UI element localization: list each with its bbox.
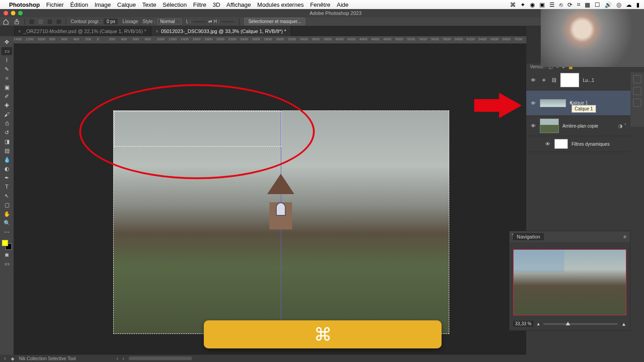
document-tab[interactable]: × 05012023-_DSC9033.jpg @ 33,3% (Calque … xyxy=(151,26,291,36)
selection-intersect-icon[interactable] xyxy=(57,19,61,24)
horizontal-scrollbar[interactable] xyxy=(129,357,192,360)
layer-row-calque1[interactable]: 👁 Calque 1 ↖ Calque 1 xyxy=(526,90,630,116)
zoom-in-icon[interactable]: ▲ xyxy=(621,321,626,327)
crop-tool[interactable]: ⌗ xyxy=(1,74,12,82)
menu-filtre[interactable]: Filtre xyxy=(193,1,207,8)
window-maximize-button[interactable] xyxy=(18,11,23,15)
path-selection-tool[interactable]: ↖ xyxy=(1,192,12,200)
tray-icon[interactable]: ☐ xyxy=(595,1,600,8)
menu-image[interactable]: Image xyxy=(95,1,111,8)
document-tab[interactable]: × _ORZ2710-Modifier.psd @ 22,1% (Calque … xyxy=(14,26,151,36)
menu-selection[interactable]: Sélection xyxy=(163,1,187,8)
link-icon[interactable]: ⛓ xyxy=(552,77,557,83)
zoom-slider[interactable] xyxy=(543,323,618,325)
menu-edition[interactable]: Édition xyxy=(70,1,88,8)
history-brush-tool[interactable]: ↺ xyxy=(1,129,12,137)
healing-brush-tool[interactable]: ✚ xyxy=(1,101,12,110)
tray-icon[interactable]: ✦ xyxy=(520,1,525,8)
tray-icon[interactable]: ▣ xyxy=(539,1,545,8)
pen-tool[interactable]: ✒ xyxy=(1,174,12,182)
tray-flag-icon[interactable]: ▮ xyxy=(636,1,639,8)
menu-affichage[interactable]: Affichage xyxy=(226,1,251,8)
app-name[interactable]: Photoshop xyxy=(9,1,40,8)
tray-icon[interactable]: ◎ xyxy=(616,1,621,8)
tray-icon[interactable]: ▦ xyxy=(585,1,590,8)
window-minimize-button[interactable] xyxy=(11,11,15,15)
selection-new-icon[interactable] xyxy=(29,19,34,24)
layer-name[interactable]: Arrière-plan copie xyxy=(562,124,598,129)
brush-tool[interactable]: 🖌 xyxy=(1,110,12,119)
lasso-tool[interactable]: ⌇ xyxy=(1,56,12,64)
tray-icon[interactable]: ⌘ xyxy=(510,1,516,8)
select-and-mask-button[interactable]: Sélectionner et masquer... xyxy=(244,18,305,25)
visibility-toggle-icon[interactable]: 👁 xyxy=(544,141,551,147)
scroll-arrow-left-icon[interactable]: ‹ xyxy=(116,356,118,361)
home-icon[interactable] xyxy=(3,19,9,25)
width-input[interactable] xyxy=(193,21,207,22)
menu-fichier[interactable]: Fichier xyxy=(46,1,64,8)
frame-tool[interactable]: ▣ xyxy=(1,83,12,91)
tray-icon[interactable]: ⎋ xyxy=(559,1,563,8)
smart-filter-badge-icon[interactable]: ◑ ˅ xyxy=(618,123,627,129)
move-tool[interactable]: ✥ xyxy=(1,38,12,46)
hand-tool[interactable]: ✋ xyxy=(1,210,12,218)
style-select[interactable]: Normal xyxy=(157,19,182,24)
panel-icon[interactable] xyxy=(633,75,641,83)
clone-stamp-tool[interactable]: ⎙ xyxy=(1,119,12,128)
filter-mask-thumb[interactable] xyxy=(554,139,568,149)
tab-close-icon[interactable]: × xyxy=(156,29,159,34)
panel-icon[interactable] xyxy=(633,99,641,107)
share-icon[interactable] xyxy=(14,19,20,25)
navigator-tab[interactable]: Navigation xyxy=(513,233,544,240)
horizontal-ruler[interactable]: 1400120010008006004002000200400600800100… xyxy=(14,36,526,43)
blur-tool[interactable]: 💧 xyxy=(1,156,12,164)
layer-row-adjustment[interactable]: 👁 ☀ ⛓ Lu...1 xyxy=(526,70,630,90)
height-input[interactable] xyxy=(221,21,235,22)
rectangle-tool[interactable]: ▢ xyxy=(1,201,12,209)
type-tool[interactable]: T xyxy=(1,183,12,191)
edit-toolbar-icon[interactable]: ⋯ xyxy=(1,228,12,236)
panel-menu-icon[interactable]: ≡ xyxy=(624,234,626,239)
swap-wh-icon[interactable]: ⇄ xyxy=(208,19,212,24)
panel-close-icon[interactable]: × xyxy=(511,232,514,237)
menu-modules-externes[interactable]: Modules externes xyxy=(257,1,304,8)
canvas-area[interactable] xyxy=(14,43,526,355)
nik-tool-label[interactable]: Nik Collection Selective Tool xyxy=(19,356,76,361)
layer-row-filters[interactable]: 👁 Filtres dynamiques xyxy=(526,136,630,152)
quick-selection-tool[interactable]: ✎ xyxy=(1,65,12,73)
feather-input[interactable]: 0 px xyxy=(104,19,118,24)
selection-add-icon[interactable] xyxy=(38,19,43,24)
selection-marquee[interactable] xyxy=(114,111,282,147)
tray-icon[interactable]: ⟳ xyxy=(567,1,572,8)
visibility-toggle-icon[interactable]: 👁 xyxy=(530,123,536,129)
panel-icon[interactable] xyxy=(633,87,641,95)
tray-icon[interactable]: ⌗ xyxy=(577,1,580,8)
layer-mask-thumb[interactable] xyxy=(560,73,579,87)
layer-thumb[interactable] xyxy=(540,119,559,133)
menu-texte[interactable]: Texte xyxy=(142,1,156,8)
quick-mask-icon[interactable]: ◙ xyxy=(1,251,12,259)
color-swatches[interactable] xyxy=(2,240,12,250)
tray-icon[interactable]: ☁ xyxy=(626,1,632,8)
eyedropper-tool[interactable]: ✐ xyxy=(1,92,12,100)
status-close-icon[interactable]: × xyxy=(4,356,6,361)
layer-row-bg-copy[interactable]: 👁 Arrière-plan copie ◑ ˅ xyxy=(526,116,630,136)
tab-close-icon[interactable]: × xyxy=(18,29,21,34)
selection-subtract-icon[interactable] xyxy=(48,19,52,24)
tray-volume-icon[interactable]: 🔊 xyxy=(605,1,612,8)
window-close-button[interactable] xyxy=(4,11,8,15)
menu-calque[interactable]: Calque xyxy=(117,1,136,8)
layer-name[interactable]: Filtres dynamiques xyxy=(572,142,610,147)
tray-icon[interactable]: ☰ xyxy=(549,1,555,8)
adjustment-icon[interactable]: ☀ xyxy=(540,77,548,83)
zoom-value[interactable]: 33,33 % xyxy=(513,321,533,327)
foreground-color-swatch[interactable] xyxy=(2,240,8,246)
layer-name[interactable]: Lu...1 xyxy=(583,78,594,83)
menu-3d[interactable]: 3D xyxy=(212,1,220,8)
tray-icon[interactable]: ◉ xyxy=(530,1,535,8)
navigator-thumbnail[interactable] xyxy=(513,249,626,315)
rectangular-marquee-tool[interactable]: ▭ xyxy=(1,47,12,55)
nik-icon[interactable]: ◆ xyxy=(11,356,14,361)
dodge-tool[interactable]: ◐ xyxy=(1,165,12,173)
screen-mode-icon[interactable]: ▭ xyxy=(1,260,12,268)
